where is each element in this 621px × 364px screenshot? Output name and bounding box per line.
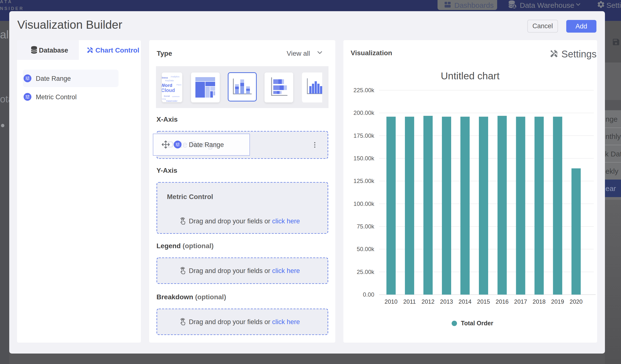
- svg-text:Total Order: Total Order: [461, 320, 493, 327]
- svg-text:50.00k: 50.00k: [357, 246, 375, 252]
- svg-text:0.00: 0.00: [363, 291, 374, 298]
- svg-text:75.00k: 75.00k: [357, 223, 375, 230]
- svg-text:2012: 2012: [421, 298, 434, 305]
- svg-text:200.00k: 200.00k: [354, 109, 375, 116]
- svg-text:225.00k: 225.00k: [354, 87, 375, 93]
- svg-text:2014: 2014: [458, 298, 471, 305]
- svg-text:25.00k: 25.00k: [357, 269, 375, 275]
- svg-text:2019: 2019: [551, 298, 564, 305]
- svg-text:2020: 2020: [570, 298, 583, 305]
- svg-text:125.00k: 125.00k: [354, 178, 375, 184]
- svg-text:150.00k: 150.00k: [354, 155, 375, 162]
- svg-text:Untitled chart: Untitled chart: [441, 70, 500, 82]
- svg-text:2015: 2015: [477, 298, 490, 305]
- svg-text:100.00k: 100.00k: [354, 201, 375, 207]
- svg-text:2018: 2018: [533, 298, 546, 305]
- svg-text:2010: 2010: [384, 298, 397, 305]
- svg-text:2013: 2013: [440, 298, 453, 305]
- svg-text:2011: 2011: [403, 298, 416, 305]
- svg-text:2016: 2016: [496, 298, 509, 305]
- svg-text:175.00k: 175.00k: [354, 132, 375, 139]
- svg-text:2017: 2017: [514, 298, 527, 305]
